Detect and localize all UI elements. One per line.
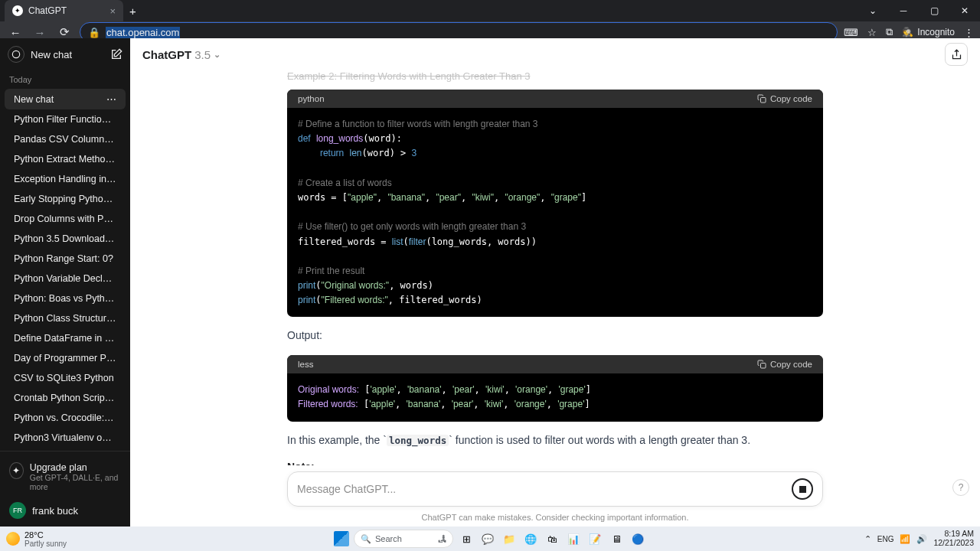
close-window-icon[interactable]: ✕ — [949, 0, 980, 21]
upgrade-title: Upgrade plan — [30, 462, 121, 473]
taskbar: 28°C Partly sunny 🔍 Search 🏞 ⊞ 💬 📁 🌐 🛍 📊… — [0, 527, 980, 551]
sidebar-item[interactable]: Python3 Virtualenv on Ubuntu — [5, 428, 126, 448]
weather-widget[interactable]: 28°C Partly sunny — [6, 530, 67, 548]
task-view-icon[interactable]: ⊞ — [458, 530, 475, 547]
model-selector[interactable]: ChatGPT 3.5 ⌄ — [142, 48, 220, 61]
sparkle-icon: ✦ — [9, 462, 24, 479]
forward-button[interactable]: → — [31, 26, 49, 39]
disclaimer-text: ChatGPT can make mistakes. Consider chec… — [130, 510, 980, 527]
url-text: chat.openai.com — [106, 27, 180, 38]
tab-close-icon[interactable]: × — [109, 5, 116, 17]
note-heading: Note: — [287, 459, 823, 465]
reload-button[interactable]: ⟳ — [55, 25, 74, 39]
sidebar: New chat Today New chat⋯ Python Filter F… — [0, 38, 130, 527]
sidebar-item[interactable]: Python Extract Method Tutorial — [5, 149, 126, 169]
sidebar-item[interactable]: Early Stopping Python Guide — [5, 189, 126, 209]
sidebar-item[interactable]: Python 3.5 Download Tutorial — [5, 229, 126, 249]
stop-button[interactable] — [792, 478, 813, 500]
sidebar-item[interactable]: Pandas CSV Column Extraction — [5, 129, 126, 149]
sidebar-item[interactable]: Python Variable Declaration — [5, 269, 126, 289]
sidebar-item[interactable]: Python Class Structure Tutorial — [5, 308, 126, 328]
chevron-down-icon: ⌄ — [214, 50, 220, 60]
copy-code-button[interactable]: Copy code — [757, 360, 812, 369]
sidebar-item[interactable]: Define DataFrame in Python — [5, 328, 126, 348]
output-label: Output: — [287, 328, 823, 344]
maximize-icon[interactable]: ▢ — [919, 0, 949, 21]
tab-title: ChatGPT — [28, 5, 67, 16]
minimize-icon[interactable]: ─ — [888, 0, 919, 21]
user-menu[interactable]: FR frank buck — [8, 496, 122, 520]
explanation-text: In this example, the `long_words` functi… — [287, 432, 823, 449]
tab-favicon: ✦ — [12, 5, 23, 16]
app-icon[interactable]: 💬 — [479, 530, 496, 547]
svg-point-0 — [12, 51, 19, 57]
app-icon[interactable]: 📊 — [565, 530, 582, 547]
copy-code-button[interactable]: Copy code — [757, 94, 812, 103]
openai-logo[interactable] — [8, 46, 24, 63]
message-placeholder: Message ChatGPT... — [297, 483, 792, 495]
avatar: FR — [9, 502, 26, 519]
sidebar-item[interactable]: Day of Programmer Python — [5, 348, 126, 368]
browser-tab[interactable]: ✦ ChatGPT × — [5, 0, 123, 21]
start-button[interactable] — [334, 531, 349, 546]
file-explorer-icon[interactable]: 📁 — [501, 530, 518, 547]
upgrade-plan-button[interactable]: ✦ Upgrade plan Get GPT-4, DALL·E, and mo… — [8, 458, 122, 496]
sidebar-item[interactable]: Python: Boas vs Pythons — [5, 289, 126, 308]
code-content[interactable]: Original words: ['apple', 'banana', 'pea… — [287, 373, 823, 421]
incognito-badge: 🕵 Incognito — [902, 27, 955, 37]
search-decoration-icon: 🏞 — [438, 534, 446, 543]
sidebar-item[interactable]: Python Filter Function Tutorial — [5, 109, 126, 129]
message-input[interactable]: Message ChatGPT... — [287, 471, 823, 507]
code-block-output: less Copy code Original words: ['apple',… — [287, 355, 823, 421]
user-name: frank buck — [32, 505, 78, 517]
sidebar-item[interactable]: New chat⋯ — [5, 89, 126, 109]
code-lang-label: less — [298, 360, 313, 369]
sidebar-item[interactable]: Python vs. Crocodile: Coding — [5, 408, 126, 428]
chrome-icon[interactable]: 🔵 — [629, 530, 646, 547]
sidebar-item[interactable]: CSV to SQLite3 Python — [5, 368, 126, 388]
example-heading: Example 2: Filtering Words with Length G… — [287, 70, 823, 82]
extensions-icon[interactable]: ⧉ — [886, 26, 893, 38]
upgrade-subtitle: Get GPT-4, DALL·E, and more — [30, 473, 121, 491]
temperature: 28°C — [24, 530, 67, 540]
store-icon[interactable]: 🛍 — [544, 530, 560, 547]
code-lang-label: python — [298, 94, 325, 103]
code-block-python: python Copy code # Define a function to … — [287, 90, 823, 317]
weather-desc: Partly sunny — [24, 540, 67, 548]
app-icon[interactable]: 📝 — [586, 530, 603, 547]
today-section-label: Today — [0, 70, 130, 89]
share-button[interactable] — [945, 43, 968, 66]
edit-icon[interactable] — [110, 48, 122, 60]
menu-icon[interactable]: ⋮ — [964, 27, 974, 38]
app-icon[interactable]: 🖥 — [608, 530, 625, 547]
volume-icon[interactable]: 🔊 — [916, 534, 927, 544]
chat-history-list: New chat⋯ Python Filter Function Tutoria… — [0, 89, 130, 451]
sidebar-item[interactable]: Crontab Python Script Fix — [5, 388, 126, 408]
clock[interactable]: 8:19 AM 12/21/2023 — [933, 530, 974, 547]
translate-icon[interactable]: ⌨ — [844, 27, 858, 38]
new-tab-button[interactable]: + — [129, 5, 136, 18]
sidebar-item[interactable]: Python Range Start: 0? — [5, 249, 126, 269]
new-chat-label[interactable]: New chat — [31, 49, 104, 60]
wifi-icon[interactable]: 📶 — [900, 534, 910, 544]
svg-rect-1 — [761, 98, 766, 103]
back-button[interactable]: ← — [6, 26, 24, 39]
taskbar-search[interactable]: 🔍 Search 🏞 — [354, 530, 453, 548]
incognito-icon: 🕵 — [902, 27, 913, 37]
code-content[interactable]: # Define a function to filter words with… — [287, 108, 823, 317]
more-icon[interactable]: ⋯ — [106, 93, 116, 105]
bookmark-icon[interactable]: ☆ — [867, 27, 877, 38]
tray-chevron-icon[interactable]: ⌃ — [864, 534, 871, 544]
sidebar-item[interactable]: Exception Handling in Python — [5, 169, 126, 189]
weather-icon — [6, 532, 20, 546]
edge-icon[interactable]: 🌐 — [522, 530, 539, 547]
search-icon: 🔍 — [361, 534, 371, 544]
lock-icon: 🔒 — [88, 27, 100, 38]
help-button[interactable]: ? — [952, 479, 969, 496]
language-icon[interactable]: ENG — [877, 535, 894, 543]
chevron-down-icon[interactable]: ⌄ — [858, 0, 888, 21]
svg-rect-2 — [761, 364, 766, 369]
sidebar-item[interactable]: Drop Columns with Python — [5, 209, 126, 229]
